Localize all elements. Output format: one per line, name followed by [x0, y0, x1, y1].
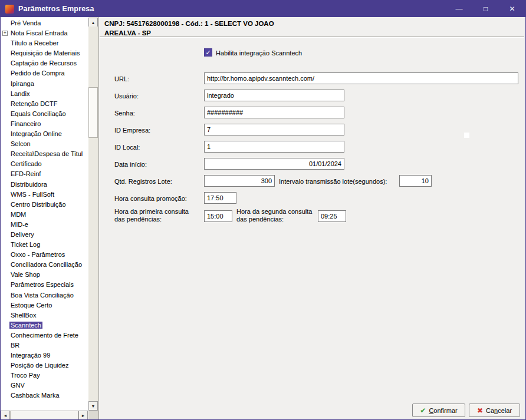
senha-input[interactable] — [204, 107, 344, 118]
sidebar-item-integra-o-online[interactable]: Integração Online — [1, 129, 88, 139]
confirmar-button[interactable]: ✔ Confirmar — [412, 404, 465, 417]
sidebar-item-scanntech[interactable]: Scanntech — [1, 320, 88, 330]
label-part: Ca — [486, 407, 494, 414]
up-arrow-icon: ▲ — [91, 21, 96, 25]
close-icon: ✕ — [509, 5, 515, 13]
sidebar-item-label: Conciliadora Conciliação — [9, 261, 83, 268]
sidebar-item-label: Selcon — [9, 140, 32, 147]
sidebar-item-label: Retenção DCTF — [9, 100, 58, 107]
hora-primeira-input[interactable] — [204, 210, 232, 222]
sidebar-item-label: Pré Venda — [9, 19, 42, 27]
sidebar-item-label: BR — [9, 342, 21, 349]
checkmark-icon: ✓ — [205, 49, 211, 56]
url-input[interactable] — [204, 72, 518, 84]
sidebar-item-ticket-log[interactable]: Ticket Log — [1, 240, 88, 250]
sidebar-item-vale-shop[interactable]: Vale Shop — [1, 270, 88, 280]
expand-plus-icon[interactable]: + — [2, 31, 8, 36]
scrollbar-corner — [88, 411, 98, 420]
minimize-icon: — — [456, 5, 463, 13]
sidebar-item-par-metros-especiais[interactable]: Parâmetros Especiais — [1, 280, 88, 290]
sidebar-item-troco-pay[interactable]: Troco Pay — [1, 371, 88, 381]
usuario-label: Usuário: — [114, 92, 139, 100]
maximize-icon: □ — [484, 5, 488, 13]
parametros-empresa-window: Parâmetros Empresa — □ ✕ Pré Venda+Nota … — [0, 0, 526, 420]
sidebar-horizontal-scrollbar: ◄ ► — [1, 411, 88, 420]
sidebar-item-posi-o-de-liquidez[interactable]: Posição de Liquidez — [1, 361, 88, 371]
sidebar-item-landix[interactable]: Landix — [1, 89, 88, 99]
hora-promocao-label: Hora consulta promoção: — [114, 195, 187, 202]
intervalo-input[interactable] — [399, 175, 432, 187]
sidebar-item-br[interactable]: BR — [1, 340, 88, 350]
sidebar-item-certificado[interactable]: Certificado — [1, 159, 88, 169]
vertical-scroll-track[interactable] — [88, 27, 98, 401]
horizontal-scroll-thumb[interactable] — [10, 411, 78, 420]
habilita-integracao-checkbox[interactable]: ✓ — [204, 48, 212, 57]
senha-label: Senha: — [114, 110, 135, 117]
sidebar-item-equals-concilia-o[interactable]: Equals Conciliação — [1, 109, 88, 119]
id-local-input[interactable] — [204, 141, 344, 153]
sidebar-item-requisi-o-de-materiais[interactable]: Requisição de Materiais — [1, 48, 88, 58]
sidebar-item-label: Landix — [9, 90, 31, 97]
sidebar-item-label: Ticket Log — [9, 241, 41, 248]
sidebar-item-shellbox[interactable]: ShellBox — [1, 310, 88, 320]
down-arrow-icon: ▼ — [91, 404, 96, 408]
scroll-down-button[interactable]: ▼ — [88, 401, 98, 411]
sidebar-item-label: Certificado — [9, 160, 43, 167]
sidebar-item-conciliadora-concilia-o[interactable]: Conciliadora Conciliação — [1, 260, 88, 270]
maximize-button[interactable]: □ — [472, 1, 499, 17]
minimize-button[interactable]: — — [446, 1, 472, 17]
sidebar-item-label: Financeiro — [9, 120, 42, 127]
sidebar-item-t-tulo-a-receber[interactable]: Título a Receber — [1, 38, 88, 48]
sidebar-item-gnv[interactable]: GNV — [1, 381, 88, 391]
sidebar-item-label: Boa Vista Conciliação — [9, 292, 75, 299]
sidebar-item-boa-vista-concilia-o[interactable]: Boa Vista Conciliação — [1, 290, 88, 300]
sidebar-item-integra-o-99[interactable]: Integração 99 — [1, 350, 88, 361]
sidebar-item-conhecimento-de-frete[interactable]: Conhecimento de Frete — [1, 330, 88, 340]
sidebar-item-estoque-certo[interactable]: Estoque Certo — [1, 300, 88, 310]
vertical-scroll-thumb[interactable] — [88, 87, 98, 138]
sidebar-item-pr-venda[interactable]: Pré Venda — [1, 18, 88, 28]
data-inicio-input[interactable] — [204, 158, 344, 170]
sidebar-item-mdm[interactable]: MDM — [1, 210, 88, 220]
close-button[interactable]: ✕ — [499, 1, 525, 17]
hora-promocao-input[interactable] — [204, 192, 236, 204]
sidebar-item-efd-reinf[interactable]: EFD-Reinf — [1, 169, 88, 179]
sidebar-item-receita-despesa-de-titul[interactable]: Receita\Despesa de Titul — [1, 149, 88, 159]
cancelar-button[interactable]: ✖ Cancelar — [469, 404, 520, 417]
sidebar-item-distribuidora[interactable]: Distribuidora — [1, 180, 88, 190]
hora-segunda-input[interactable] — [318, 210, 346, 222]
sidebar-item-capta-o-de-recursos[interactable]: Captação de Recursos — [1, 58, 88, 68]
sidebar-item-pedido-de-compra[interactable]: Pedido de Compra — [1, 68, 88, 78]
usuario-input[interactable] — [204, 90, 344, 101]
sidebar-item-financeiro[interactable]: Financeiro — [1, 119, 88, 129]
qtd-registros-input[interactable] — [204, 175, 275, 187]
sidebar-item-mid-e[interactable]: MID-e — [1, 220, 88, 230]
id-empresa-input[interactable] — [204, 124, 344, 135]
sidebar-item-label: GNV — [9, 382, 26, 389]
confirm-check-icon: ✔ — [420, 406, 426, 415]
sidebar-item-label: Posição de Liquidez — [9, 362, 70, 369]
sidebar-list: Pré Venda+Nota Fiscal EntradaTítulo a Re… — [1, 17, 88, 411]
sidebar-item-ipiranga[interactable]: Ipiranga — [1, 79, 88, 89]
sidebar-item-label: Delivery — [9, 231, 35, 238]
scroll-right-button[interactable]: ► — [78, 411, 88, 420]
sidebar-item-label: Receita\Despesa de Titul — [9, 150, 84, 157]
sidebar-item-wms-fullsoft[interactable]: WMS - FullSoft — [1, 190, 88, 200]
window-title: Parâmetros Empresa — [18, 5, 94, 13]
sidebar-item-label: Equals Conciliação — [9, 110, 67, 117]
sidebar-item-label: Oxxo - Parâmetros — [9, 251, 66, 258]
sidebar-item-cashback-marka[interactable]: Cashback Marka — [1, 391, 88, 401]
sidebar-item-label: Parâmetros Especiais — [9, 281, 75, 288]
sidebar-item-centro-distribui-o[interactable]: Centro Distribuição — [1, 200, 88, 210]
scroll-up-button[interactable]: ▲ — [88, 18, 98, 27]
sidebar-item-label: Scanntech — [9, 322, 42, 329]
scroll-left-button[interactable]: ◄ — [1, 411, 10, 420]
sidebar-item-reten-o-dctf[interactable]: Retenção DCTF — [1, 99, 88, 109]
sidebar-item-selcon[interactable]: Selcon — [1, 139, 88, 149]
sidebar-item-delivery[interactable]: Delivery — [1, 230, 88, 240]
cancel-x-icon: ✖ — [477, 406, 483, 415]
sidebar-vertical-scrollbar: ▲ ▼ — [88, 17, 98, 411]
sidebar-item-oxxo-par-metros[interactable]: Oxxo - Parâmetros — [1, 250, 88, 260]
sidebar-item-label: EFD-Reinf — [9, 170, 42, 177]
sidebar-item-nota-fiscal-entrada[interactable]: +Nota Fiscal Entrada — [1, 28, 88, 38]
